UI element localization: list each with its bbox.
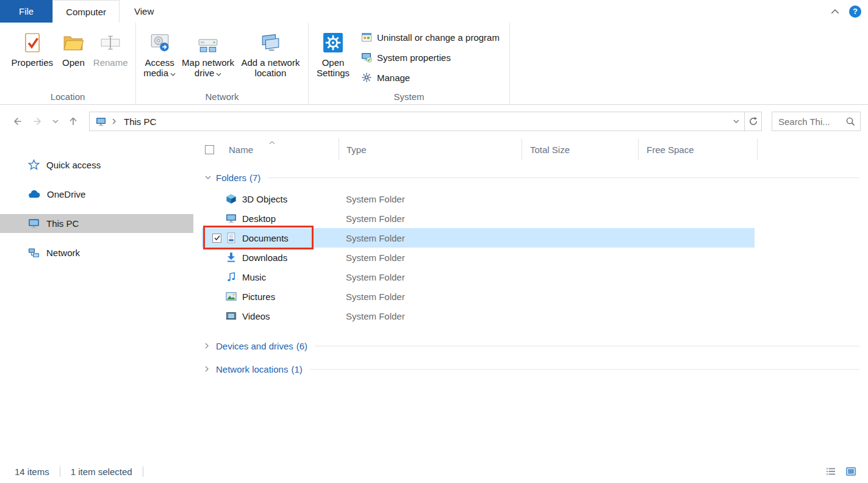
rename-icon: [100, 32, 121, 53]
refresh-button[interactable]: [745, 112, 762, 131]
onedrive-cloud-icon: [28, 188, 40, 201]
column-label: Free Space: [647, 145, 694, 155]
open-label: Open: [62, 57, 85, 68]
sidebar-item-network[interactable]: Network: [0, 243, 193, 262]
expand-chevron-icon[interactable]: [205, 343, 213, 349]
tab-computer[interactable]: Computer: [52, 0, 120, 23]
select-all-checkbox[interactable]: [205, 145, 214, 154]
group-header-network-locations[interactable]: Network locations (1): [193, 357, 868, 381]
file-name: 3D Objects: [242, 194, 346, 204]
minimize-ribbon-icon[interactable]: [831, 9, 839, 14]
quick-access-star-icon: [28, 159, 40, 171]
this-pc-icon: [28, 218, 40, 229]
items-count: 14 items: [15, 467, 49, 477]
group-count: (1): [291, 364, 302, 374]
column-label: Type: [346, 145, 367, 155]
group-count: (6): [296, 341, 307, 351]
sidebar-item-onedrive[interactable]: OneDrive: [0, 185, 193, 204]
file-type: System Folder: [346, 292, 405, 302]
uninstall-label: Uninstall or change a program: [377, 32, 500, 43]
desktop-monitor-icon: [226, 213, 237, 224]
group-divider-line: [315, 346, 859, 346]
file-row-videos[interactable]: Videos System Folder: [193, 306, 868, 326]
open-settings-button[interactable]: Open Settings: [315, 29, 351, 78]
search-input[interactable]: [778, 116, 845, 127]
manage-button[interactable]: Manage: [361, 70, 500, 85]
file-row-music[interactable]: Music System Folder: [193, 267, 868, 287]
properties-button[interactable]: Properties: [8, 29, 57, 68]
recent-locations-dropdown[interactable]: [50, 113, 61, 130]
rename-button[interactable]: Rename: [90, 29, 131, 68]
help-icon[interactable]: ?: [849, 5, 861, 18]
ribbon-tab-bar: File Computer View ?: [0, 0, 868, 23]
column-label: Name: [229, 145, 253, 155]
file-row-documents[interactable]: Documents System Folder: [193, 228, 868, 248]
column-header-name[interactable]: Name: [193, 133, 339, 166]
expand-chevron-icon[interactable]: [205, 366, 213, 372]
map-network-drive-label: Map network drive: [182, 57, 234, 78]
group-header-folders[interactable]: Folders (7): [193, 166, 868, 189]
access-media-icon: [149, 32, 170, 53]
up-button[interactable]: [65, 113, 82, 130]
sidebar-item-label: Quick access: [46, 160, 101, 170]
file-list-pane: Name Type Total Size Free Space Folders …: [193, 133, 868, 460]
sidebar-item-label: This PC: [46, 218, 79, 229]
column-label: Total Size: [530, 145, 570, 155]
file-row-desktop[interactable]: Desktop System Folder: [193, 209, 868, 228]
file-explorer-window: File Computer View ? Properties Open Ren…: [0, 0, 868, 483]
collapse-chevron-icon[interactable]: [205, 176, 213, 179]
sidebar-item-quick-access[interactable]: Quick access: [0, 156, 193, 174]
details-view-button[interactable]: [821, 463, 840, 479]
file-row-3d-objects[interactable]: 3D Objects System Folder: [193, 189, 868, 209]
file-name: Desktop: [242, 213, 346, 224]
back-button[interactable]: [9, 113, 26, 130]
properties-icon: [22, 32, 43, 53]
group-label: Devices and drives: [216, 341, 293, 351]
dropdown-chevron-icon: [216, 68, 221, 78]
file-name: Documents: [242, 233, 346, 243]
column-header-type[interactable]: Type: [339, 133, 522, 166]
file-row-downloads[interactable]: Downloads System Folder: [193, 248, 868, 267]
tab-view[interactable]: View: [120, 0, 168, 23]
address-dropdown-icon[interactable]: [728, 112, 744, 131]
downloads-arrow-icon: [226, 252, 237, 263]
group-caption-system: System: [309, 91, 509, 102]
tab-file[interactable]: File: [0, 0, 52, 23]
forward-button[interactable]: [29, 113, 46, 130]
open-button[interactable]: Open: [58, 29, 90, 68]
address-box[interactable]: This PC: [89, 112, 745, 131]
group-divider-line: [268, 177, 859, 178]
system-properties-button[interactable]: System properties: [361, 50, 500, 65]
uninstall-icon: [361, 32, 372, 43]
file-type: System Folder: [346, 252, 405, 263]
system-properties-label: System properties: [377, 52, 451, 63]
status-divider: [143, 467, 143, 477]
uninstall-program-button[interactable]: Uninstall or change a program: [361, 30, 500, 45]
pictures-image-icon: [226, 291, 237, 302]
thumbnails-view-button[interactable]: [841, 463, 860, 479]
open-folder-icon: [63, 32, 84, 53]
breadcrumb-this-pc[interactable]: This PC: [121, 116, 159, 127]
column-header-free-space[interactable]: Free Space: [639, 133, 758, 166]
breadcrumb-chevron-icon[interactable]: [112, 118, 116, 124]
documents-checkbox[interactable]: [212, 234, 221, 243]
map-network-drive-button[interactable]: Map network drive: [179, 29, 237, 78]
group-header-devices-and-drives[interactable]: Devices and drives (6): [193, 334, 868, 357]
sidebar-item-label: OneDrive: [47, 189, 85, 199]
sort-ascending-icon[interactable]: [269, 136, 275, 146]
map-network-drive-icon: [198, 32, 218, 53]
search-icon[interactable]: [845, 116, 855, 126]
access-media-button[interactable]: Access media: [141, 29, 178, 78]
add-network-location-button[interactable]: Add a network location: [238, 29, 303, 78]
file-type: System Folder: [346, 213, 405, 224]
3d-objects-cube-icon: [226, 193, 237, 204]
file-type: System Folder: [346, 194, 405, 204]
group-caption-location: Location: [0, 91, 135, 102]
address-bar: This PC: [0, 105, 868, 133]
selection-count: 1 item selected: [71, 467, 132, 477]
ribbon-empty-area: [509, 23, 868, 104]
sidebar-item-this-pc[interactable]: This PC: [0, 214, 193, 233]
column-header-total-size[interactable]: Total Size: [522, 133, 639, 166]
file-row-pictures[interactable]: Pictures System Folder: [193, 287, 868, 306]
sidebar-item-label: Network: [46, 248, 80, 258]
